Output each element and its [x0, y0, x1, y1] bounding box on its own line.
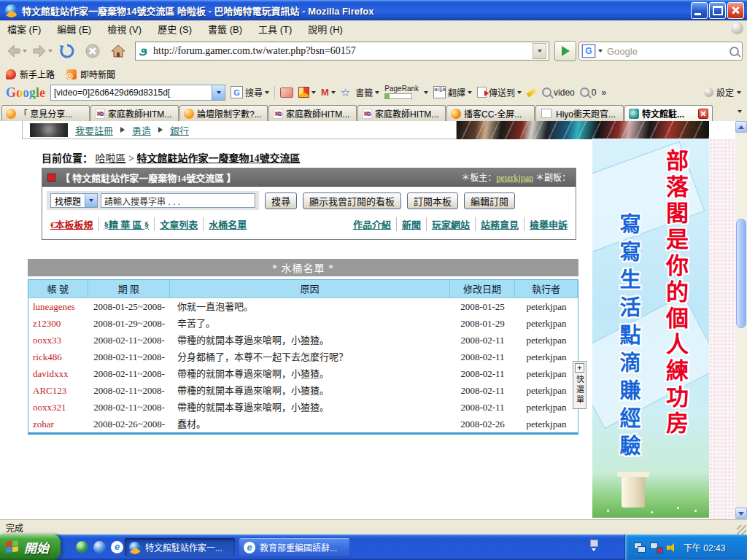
quick-menu-tab[interactable]: + 快選單 [573, 361, 587, 409]
subscribe-board-button[interactable]: 訂閱本板 [407, 192, 458, 209]
quick-menu-expand-button[interactable]: + [575, 363, 584, 373]
scroll-down-button[interactable] [735, 508, 747, 519]
menu-item[interactable]: 檢視 (V) [107, 22, 142, 36]
gmail-button[interactable] [321, 88, 336, 97]
toolbar-search-input[interactable] [51, 85, 212, 100]
forward-history-caret-icon[interactable] [48, 50, 53, 52]
scrollbar-thumb[interactable] [736, 219, 746, 328]
word-find-count-button[interactable]: 0 [580, 88, 597, 98]
breadcrumb-section-link[interactable]: 哈啦區 [96, 153, 126, 164]
tab-overflow-button[interactable] [734, 105, 746, 118]
edit-subscription-button[interactable]: 編輯訂閱 [464, 192, 515, 209]
url-bar[interactable] [135, 42, 549, 61]
browser-tab[interactable]: 特文館駐... [624, 105, 713, 121]
board-link[interactable]: 作品介紹 [348, 217, 396, 231]
browser-tab[interactable]: Hiyo衝天跑官... [535, 105, 624, 121]
menu-item[interactable]: 檔案 (F) [7, 22, 41, 36]
browser-tab[interactable]: 家庭教師HITM... [357, 105, 446, 121]
bookmark-star-button[interactable] [341, 88, 350, 98]
board-link[interactable]: 水桶名單 [203, 217, 252, 231]
board-link[interactable]: 文章列表 [154, 217, 203, 231]
banner-link-register[interactable]: 我要註冊 [75, 123, 113, 137]
settings-button[interactable]: 設定 [704, 86, 741, 98]
volume-icon[interactable] [666, 542, 678, 553]
board-link[interactable]: §精 華 區 § [98, 217, 155, 231]
url-input[interactable] [152, 44, 530, 58]
menu-item[interactable]: 編輯 (E) [57, 22, 91, 36]
cell-account[interactable]: zohar [28, 416, 88, 432]
url-dropdown-button[interactable] [533, 43, 546, 59]
google-search-box[interactable]: G [578, 42, 743, 61]
banner-link-avatar[interactable]: 勇造 [132, 123, 151, 137]
menu-item[interactable]: 工具 (T) [258, 22, 292, 36]
photos-button[interactable] [280, 88, 293, 98]
network-disconnected-icon[interactable] [650, 542, 662, 553]
browser-tab[interactable]: 播客CC-全屏... [446, 105, 535, 121]
cell-account[interactable]: luneagenes [28, 298, 88, 315]
minimize-button[interactable] [691, 2, 708, 19]
messenger-icon[interactable] [93, 541, 106, 553]
cell-account[interactable]: z12300 [28, 315, 88, 332]
board-link[interactable]: 檢舉申訴 [524, 217, 573, 231]
reload-button[interactable] [55, 40, 79, 62]
menu-item[interactable]: 歷史 (S) [158, 22, 192, 36]
go-button[interactable] [554, 41, 576, 61]
chevron-down-icon[interactable] [424, 91, 428, 94]
back-button[interactable] [4, 40, 28, 62]
browser-tab[interactable]: 「 意見分享... [1, 105, 90, 121]
board-link[interactable]: €本板板規 [45, 217, 98, 231]
maximize-button[interactable] [709, 2, 726, 19]
cell-account[interactable]: ARC123 [28, 382, 88, 399]
show-subscribed-button[interactable]: 顯示我曾訂閱的看板 [303, 192, 401, 209]
scroll-up-button[interactable] [735, 121, 747, 133]
breadcrumb-board-link[interactable]: 特文館駐站作家一廢棄物14號交流區 [136, 153, 300, 164]
cell-account[interactable]: ooxx321 [28, 399, 88, 416]
board-search-input[interactable] [101, 193, 255, 208]
highlighter-button[interactable] [527, 90, 537, 95]
search-scope-select[interactable]: 找標題 [50, 193, 98, 208]
board-link[interactable]: 玩家網站 [426, 217, 475, 231]
browser-tab[interactable]: 家庭教師HITM... [90, 105, 179, 121]
taskbar-clock[interactable]: 下午 02:43 [684, 541, 725, 553]
toolbar-overflow-chevron[interactable]: » [601, 88, 606, 98]
desktop-button[interactable] [298, 87, 316, 98]
board-link[interactable]: 新聞 [396, 217, 426, 231]
select-dropdown-button[interactable] [85, 194, 97, 207]
vertical-scrollbar[interactable] [735, 121, 747, 519]
start-button[interactable]: 開始 [0, 534, 61, 560]
bookmark-item[interactable]: 即時新聞 [66, 68, 115, 80]
ie-icon[interactable] [111, 541, 123, 553]
search-submit-button[interactable]: 搜尋 [265, 192, 297, 209]
board-link[interactable]: 站務意見 [475, 217, 524, 231]
cell-account[interactable]: davidxxx [28, 365, 88, 382]
gtoolbar-bookmarks-button[interactable]: 書籤 [355, 86, 379, 98]
taskbar-task-button[interactable]: 特文館駐站作家一... [124, 537, 236, 557]
menu-item[interactable]: 書籤 (B) [208, 22, 242, 36]
translate-button[interactable]: 翻譯 [433, 86, 472, 98]
close-button[interactable] [727, 2, 744, 19]
resize-grip[interactable] [737, 525, 746, 534]
google-engine-icon[interactable]: G [582, 44, 595, 58]
moderator-link[interactable]: peterkjpan [496, 173, 533, 183]
forward-button[interactable] [30, 40, 53, 62]
tab-close-button[interactable] [698, 109, 708, 119]
network-icon[interactable] [634, 542, 646, 553]
send-to-button[interactable]: 傳送到 [477, 86, 522, 98]
cell-account[interactable]: rick486 [28, 349, 88, 365]
combo-dropdown-button[interactable] [212, 85, 225, 100]
toolbar-search-button[interactable]: G 搜尋 [231, 86, 269, 98]
language-bar[interactable] [588, 540, 600, 554]
menu-item[interactable]: 說明 (H) [308, 22, 343, 36]
search-magnifier-icon[interactable] [729, 47, 739, 56]
bookmark-item[interactable]: 新手上路 [6, 68, 55, 80]
taskbar-task-button[interactable]: 教育部重編國語辭... [239, 537, 350, 557]
browser-tab[interactable]: 論壇限制字數?... [179, 105, 268, 121]
pagerank-indicator[interactable]: PageRank [384, 85, 419, 99]
stop-button[interactable] [81, 40, 104, 62]
browser-tab[interactable]: 家庭教師HITM... [268, 105, 357, 121]
search-input[interactable] [605, 45, 727, 58]
back-history-caret-icon[interactable] [23, 50, 27, 52]
globe-icon[interactable] [76, 541, 88, 553]
sidebar-ad-banner[interactable]: 部落閣是你的個人練功房 寫寫生活點滴賺經驗 [592, 139, 709, 518]
cell-account[interactable]: ooxx33 [28, 332, 88, 349]
